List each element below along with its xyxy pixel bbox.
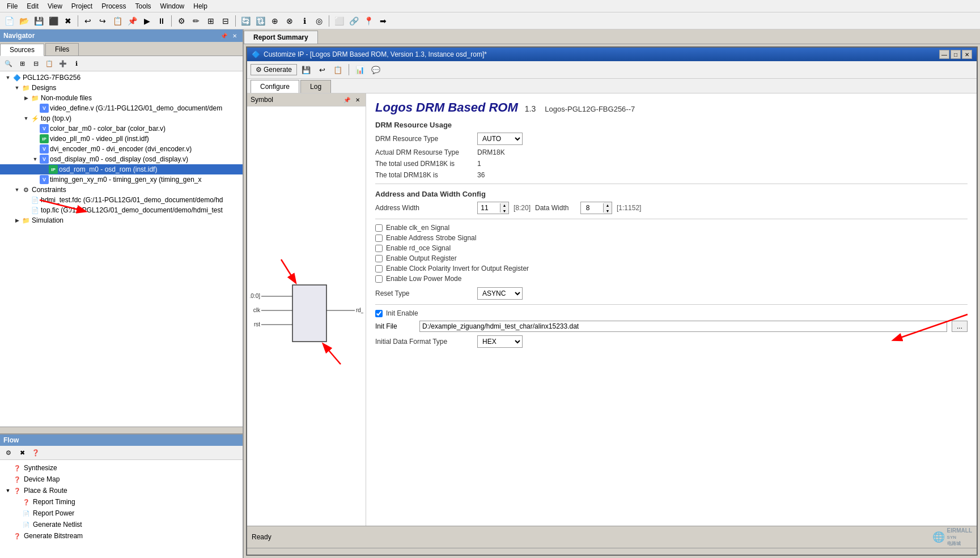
tree-search[interactable]: 🔍: [2, 58, 15, 69]
toolbar-copy[interactable]: 📋: [111, 14, 124, 28]
tree-filter[interactable]: 📋: [43, 58, 56, 69]
toolbar-open[interactable]: 📂: [17, 14, 31, 28]
dlg-save-btn[interactable]: 💾: [299, 63, 313, 76]
tree-item-top[interactable]: ▼ ⚡ top (top.v): [0, 113, 243, 123]
navigator-close[interactable]: ✕: [230, 31, 239, 40]
flow-btn-2[interactable]: ✖: [16, 447, 28, 458]
expand-designs[interactable]: ▼: [12, 85, 22, 91]
menu-process[interactable]: Process: [97, 1, 130, 11]
toolbar-refresh2[interactable]: 🔃: [253, 14, 267, 28]
init-file-input[interactable]: [419, 321, 947, 332]
toolbar-save-all[interactable]: ⬛: [46, 14, 60, 28]
toolbar-new[interactable]: 📄: [2, 14, 16, 28]
toolbar-refresh[interactable]: 🔄: [239, 14, 252, 28]
toolbar-save[interactable]: 💾: [32, 14, 45, 28]
cb-init-enable[interactable]: [375, 310, 383, 317]
toolbar-target[interactable]: ◎: [312, 14, 326, 28]
symbol-pin[interactable]: 📌: [342, 95, 351, 104]
dlg-comment-btn[interactable]: 💬: [369, 63, 383, 76]
expand-simulation[interactable]: ▶: [12, 218, 22, 223]
toolbar-grid2[interactable]: ⊟: [219, 14, 232, 28]
toolbar-redo[interactable]: ↪: [96, 14, 109, 28]
tree-item-simulation[interactable]: ▶ 📁 Simulation: [0, 215, 243, 225]
menu-window[interactable]: Window: [156, 1, 189, 11]
tab-report-summary[interactable]: Report Summary: [244, 31, 318, 44]
toolbar-pause[interactable]: ⏸: [155, 14, 168, 28]
flow-item-generatenetlist[interactable]: 📄 Generate Netlist: [0, 519, 243, 530]
tab-sources[interactable]: Sources: [0, 44, 44, 56]
expand-osddisp[interactable]: ▼: [31, 156, 40, 162]
flow-btn-1[interactable]: ⚙: [2, 447, 15, 458]
addr-width-input[interactable]: [478, 203, 500, 212]
cb-addr-strobe[interactable]: [375, 235, 383, 242]
toolbar-connect[interactable]: 🔗: [347, 14, 360, 28]
data-width-up[interactable]: ▲: [604, 202, 612, 208]
flow-item-devicemap[interactable]: ❓ Device Map: [0, 474, 243, 485]
toolbar-grid[interactable]: ⊞: [204, 14, 218, 28]
expand-nonmodule[interactable]: ▶: [22, 95, 31, 101]
toolbar-paste[interactable]: 📌: [125, 14, 139, 28]
data-width-down[interactable]: ▼: [604, 208, 612, 214]
dlg-copy-btn[interactable]: 📋: [331, 63, 345, 76]
menu-tools[interactable]: Tools: [131, 1, 156, 11]
toolbar-route[interactable]: ➡: [376, 14, 390, 28]
flow-btn-help[interactable]: ❓: [29, 447, 42, 458]
data-width-input[interactable]: [581, 203, 604, 212]
toolbar-close[interactable]: ✖: [61, 14, 75, 28]
tree-item-colorbar[interactable]: V color_bar_m0 - color_bar (color_bar.v): [0, 123, 243, 134]
browse-button[interactable]: ...: [952, 321, 968, 332]
flow-item-placeroute[interactable]: ▼ ❓ Place & Route: [0, 485, 243, 496]
toolbar-zoom[interactable]: ⊕: [268, 14, 282, 28]
symbol-close[interactable]: ✕: [353, 95, 362, 104]
toolbar-box[interactable]: ⬜: [332, 14, 346, 28]
dialog-hscroll[interactable]: [247, 548, 977, 555]
menu-view[interactable]: View: [43, 1, 67, 11]
tree-item-osdrom[interactable]: IP osd_rom_m0 - osd_rom (inst.idf): [0, 164, 243, 174]
tree-item-topfic[interactable]: 📄 top.fic (G:/11-PGL12G/01_demo_document…: [0, 205, 243, 215]
toolbar-zoom2[interactable]: ⊗: [283, 14, 296, 28]
dialog-minimize[interactable]: —: [939, 50, 949, 59]
tree-item-constraints[interactable]: ▼ ⚙ Constraints: [0, 185, 243, 195]
expand-placeroute[interactable]: ▼: [5, 488, 11, 493]
navigator-pin[interactable]: 📌: [219, 31, 228, 40]
menu-file[interactable]: File: [2, 1, 22, 11]
cb-clk-en[interactable]: [375, 224, 383, 232]
tree-item-videodefine[interactable]: V video_define.v (G:/11-PGL12G/01_demo_d…: [0, 103, 243, 113]
tree-expand-all[interactable]: ⊟: [29, 58, 42, 69]
cb-rd-oce[interactable]: [375, 245, 383, 252]
flow-item-reportpower[interactable]: 📄 Report Power: [0, 508, 243, 519]
addr-width-up[interactable]: ▲: [500, 202, 508, 208]
dlg-undo-btn[interactable]: ↩: [315, 63, 329, 76]
tree-add[interactable]: ➕: [57, 58, 69, 69]
menu-help[interactable]: Help: [189, 1, 212, 11]
tree-item-dvienc[interactable]: V dvi_encoder_m0 - dvi_encoder (dvi_enco…: [0, 144, 243, 154]
tree-scrollbar[interactable]: [0, 427, 243, 433]
cb-low-power[interactable]: [375, 275, 383, 283]
reset-type-select[interactable]: ASYNC SYNC: [477, 287, 523, 300]
tree-item-root[interactable]: ▼ 🔷 PGL12G-7FBG256: [0, 73, 243, 83]
data-width-spin[interactable]: ▲ ▼: [580, 202, 612, 214]
dialog-close[interactable]: ✕: [962, 50, 972, 59]
tree-item-osddisp[interactable]: ▼ V osd_display_m0 - osd_display (osd_di…: [0, 154, 243, 164]
toolbar-info[interactable]: ℹ: [298, 14, 311, 28]
expand-constraints[interactable]: ▼: [12, 187, 22, 193]
tree-item-nonmodule[interactable]: ▶ 📁 Non-module files: [0, 93, 243, 103]
tree-collapse[interactable]: ⊞: [16, 58, 28, 69]
tab-files[interactable]: Files: [45, 43, 79, 56]
dialog-maximize[interactable]: □: [951, 50, 961, 59]
toolbar-run[interactable]: ▶: [140, 14, 154, 28]
tree-item-designs[interactable]: ▼ 📁 Designs: [0, 83, 243, 93]
tree-container[interactable]: ▼ 🔷 PGL12G-7FBG256 ▼ 📁 Designs ▶ 📁 Non-m…: [0, 71, 243, 427]
addr-width-spin[interactable]: ▲ ▼: [477, 202, 509, 214]
addr-width-down[interactable]: ▼: [500, 208, 508, 214]
menu-edit[interactable]: Edit: [22, 1, 43, 11]
tree-info[interactable]: ℹ: [70, 58, 83, 69]
dialog-tab-log[interactable]: Log: [300, 80, 331, 93]
toolbar-edit2[interactable]: ✏: [189, 14, 203, 28]
flow-item-generatebitstream[interactable]: ❓ Generate Bitstream: [0, 530, 243, 542]
flow-item-synthesize[interactable]: ❓ Synthesize: [0, 462, 243, 474]
toolbar-pin[interactable]: 📍: [362, 14, 375, 28]
drm-resource-type-select[interactable]: AUTO DRM9K DRM18K: [477, 133, 523, 145]
cb-clk-polarity[interactable]: [375, 265, 383, 272]
expand-top[interactable]: ▼: [22, 116, 31, 121]
